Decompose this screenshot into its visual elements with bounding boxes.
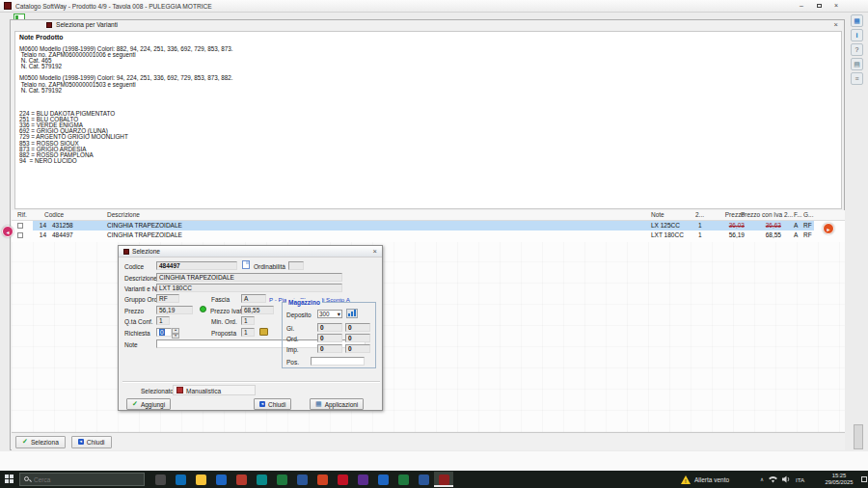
taskbar-app-icon[interactable]	[211, 472, 231, 487]
action-center-icon[interactable]	[861, 476, 867, 482]
col-rif[interactable]: Rif.	[17, 210, 27, 220]
pos-field[interactable]	[311, 357, 365, 366]
prezzo-field: 56,19	[156, 306, 193, 314]
dialog-separator	[122, 381, 380, 383]
taskbar-clock[interactable]: 15:25 29/05/2025	[819, 473, 859, 486]
note-prodotto-header: Note Prodotto	[19, 34, 63, 41]
ordinabilita-field[interactable]	[288, 261, 304, 270]
row-checkbox[interactable]	[17, 232, 23, 238]
dialog-chiudi-button[interactable]: ◄ Chiudi	[254, 398, 291, 410]
taskbar-app-icon[interactable]	[171, 472, 190, 487]
taskbar-app-icon[interactable]	[252, 472, 271, 487]
col-codice[interactable]: Codice	[44, 210, 64, 220]
app-titlebar: Catalogo SoftWay - Prodotto 4/9 - Tavola…	[0, 0, 868, 13]
green-status-icon	[200, 306, 206, 312]
taskbar-app-icon[interactable]	[333, 472, 352, 487]
taskbar-app-icon[interactable]	[272, 472, 291, 487]
grid-icon: ▦	[315, 400, 322, 408]
volume-icon[interactable]	[782, 475, 791, 483]
aggiungi-label: Aggiungi	[141, 401, 165, 408]
taskbar-app-icon[interactable]	[292, 472, 312, 487]
variant-window-title: Seleziona per Varianti	[56, 21, 118, 28]
chart-icon[interactable]	[346, 309, 358, 318]
maximize-button[interactable]	[814, 1, 824, 11]
deposito-select[interactable]: 300 ▾	[317, 310, 342, 318]
prev-arrow-button[interactable]: ◄	[2, 226, 14, 237]
taskbar-app-icon[interactable]	[231, 472, 251, 487]
deposito-value: 300	[319, 311, 330, 317]
col-s[interactable]: 2...	[784, 210, 793, 220]
ordinabilita-label: Ordinabilità	[254, 263, 285, 270]
taskbar-app-icon[interactable]	[373, 472, 393, 487]
richiesta-field[interactable]: 0	[156, 328, 172, 337]
scrollbar-thumb[interactable]	[854, 424, 863, 449]
minimize-button[interactable]: –	[797, 1, 806, 11]
grid-icon[interactable]: ▦	[851, 14, 863, 27]
taskbar-search[interactable]	[19, 473, 145, 486]
table-row[interactable]: 14 484497 CINGHIA TRAPEZOIDALE LXT 180CC…	[12, 230, 845, 240]
cell-q: 1	[698, 230, 702, 240]
taskbar-app-icon[interactable]	[353, 472, 372, 487]
col-prezzo[interactable]: Prezzo	[704, 210, 745, 220]
search-icon	[24, 476, 31, 483]
next-arrow-button[interactable]: ►	[823, 223, 834, 234]
list-icon[interactable]: ▤	[851, 58, 863, 70]
close-button[interactable]: ×	[831, 1, 841, 11]
ord-field-1: 0	[317, 334, 342, 342]
maximize-icon	[817, 4, 822, 8]
help-icon[interactable]: ?	[851, 43, 863, 56]
exit-icon: ◄	[259, 401, 265, 407]
taskbar-app-icon[interactable]	[191, 472, 210, 487]
dialog-close-icon[interactable]: ×	[373, 247, 377, 256]
language-indicator[interactable]: ITA	[796, 476, 804, 483]
col-note[interactable]: Note	[651, 210, 665, 220]
magazzino-title: Magazzino	[286, 299, 322, 306]
taskbar-app-icon[interactable]	[150, 472, 170, 487]
table-row[interactable]: 14 431258 CINGHIA TRAPEZOIDALE LX 125CC …	[12, 221, 845, 230]
spin-down-icon[interactable]: ▼	[172, 334, 179, 339]
weather-widget[interactable]: ! Allerta vento	[681, 471, 729, 488]
check-icon: ✓	[22, 438, 28, 446]
row-checkbox[interactable]	[17, 223, 23, 229]
menu-icon[interactable]: ≡	[851, 72, 863, 85]
codice-label: Codice	[124, 263, 144, 270]
col-f[interactable]: F...	[794, 210, 802, 220]
varianti-field: LXT 180CC	[156, 284, 342, 292]
col-descrizione[interactable]: Descrizione	[107, 210, 140, 220]
cell-g: RF	[803, 221, 812, 230]
note-prodotto-panel: Note Prodotto M0600 Modello (1998-1999) …	[14, 31, 842, 209]
ord-label: Ord.	[286, 336, 299, 342]
taskbar-app-icon-active[interactable]	[434, 472, 453, 487]
richiesta-stepper[interactable]: ▲ ▼	[172, 328, 179, 337]
taskbar-app-icon[interactable]	[414, 472, 433, 487]
cell-rif: 14	[25, 221, 46, 230]
col-g[interactable]: G...	[803, 210, 813, 220]
descrizione-label: Descrizione	[124, 275, 157, 282]
clock-time: 15:25	[819, 473, 859, 479]
seleziona-button[interactable]: ✓ Seleziona	[15, 436, 66, 448]
taskbar-app-icon[interactable]	[312, 472, 332, 487]
document-icon[interactable]	[242, 260, 250, 269]
selezione-dialog: Selezione × Codice 484497 Ordinabilità D…	[118, 245, 383, 411]
imp-field-1: 0	[317, 344, 342, 353]
cell-q: 1	[698, 221, 702, 230]
start-button[interactable]	[5, 474, 14, 484]
wifi-icon[interactable]	[769, 475, 777, 483]
chiudi-button[interactable]: ◄ Chiudi	[71, 436, 112, 448]
weather-label: Allerta vento	[694, 476, 729, 483]
purse-icon[interactable]	[259, 328, 268, 336]
applicazioni-button[interactable]: ▦ Applicazioni	[310, 398, 364, 410]
info-icon[interactable]: i	[851, 29, 863, 41]
clock-date: 29/05/2025	[819, 479, 859, 486]
col-prezzo-iva[interactable]: Prezzo con Iva	[741, 210, 781, 220]
taskbar-app-icon[interactable]	[393, 472, 413, 487]
variant-window-icon	[46, 22, 52, 28]
search-input[interactable]	[34, 476, 130, 483]
variant-window-close-icon[interactable]: ×	[834, 20, 838, 29]
col-q[interactable]: 2...	[695, 210, 704, 220]
taskbar: ! Allerta vento ∧ ITA 15:25 29/05/2025	[0, 471, 868, 488]
chevron-up-icon[interactable]: ∧	[760, 476, 764, 482]
aggiungi-button[interactable]: ✓ Aggiungi	[126, 398, 171, 410]
magazzino-panel: Magazzino Deposito 300 ▾ Gi. 0 0 Ord. 0 …	[282, 302, 376, 368]
note-prodotto-text: M0600 Modello (1998-1999) Colori: 882, 9…	[19, 46, 233, 164]
